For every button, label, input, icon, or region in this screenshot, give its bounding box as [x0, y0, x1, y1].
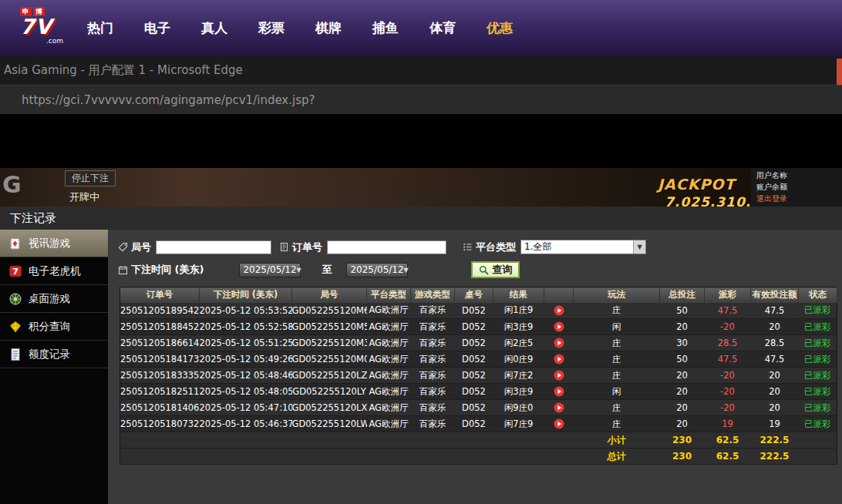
- play-circle-icon[interactable]: [554, 305, 564, 316]
- cell-replay: [544, 384, 574, 400]
- play-circle-icon[interactable]: [554, 418, 564, 429]
- cell-replay: [544, 351, 574, 368]
- cell-result: 闲2庄5: [493, 335, 544, 351]
- black-gap: [0, 114, 842, 168]
- date-to-picker[interactable]: 2025/05/12 ▼: [346, 263, 408, 277]
- search-button-label: 查询: [492, 263, 512, 277]
- cell-table: D052: [455, 400, 493, 416]
- cell-status: 已派彩: [799, 303, 837, 319]
- date-from-value: 2025/05/12: [243, 264, 296, 275]
- nav-item-hot[interactable]: 热门: [72, 19, 129, 37]
- sidebar-item-slots[interactable]: 7 电子老虎机: [0, 257, 108, 285]
- cell-replay: [544, 319, 574, 335]
- logout-link[interactable]: 退出登录: [756, 193, 842, 204]
- cell-platform: AG欧洲厅: [367, 335, 411, 351]
- cell-order: 250512051866141: [120, 335, 200, 351]
- jackpot-label: JACKPOT: [658, 176, 735, 193]
- sidebar-item-table-games[interactable]: 桌面游戏: [0, 285, 108, 313]
- sidebar-item-label: 视讯游戏: [29, 237, 70, 250]
- logo-main-text: 7V: [20, 16, 74, 38]
- jackpot-value: 7,025,310.2: [665, 194, 761, 207]
- col-result: 结果: [493, 287, 544, 303]
- cell-round: GD052255120LW: [292, 416, 367, 432]
- play-circle-icon[interactable]: [554, 354, 564, 365]
- sidebar-item-live-games[interactable]: 视讯游戏: [0, 230, 108, 257]
- empty-cell: [120, 432, 574, 449]
- cell-status: 已派彩: [799, 400, 837, 416]
- cell-platform: AG欧洲厅: [367, 303, 411, 319]
- order-no-input[interactable]: [327, 240, 446, 254]
- col-status: 状态: [799, 287, 837, 303]
- col-payout: 派彩: [705, 287, 751, 303]
- sidebar-item-points-query[interactable]: 积分查询: [0, 313, 108, 341]
- table-row: 250512051884526 2025-05-12 05:52:58 GD05…: [120, 319, 837, 335]
- total-bet: 230: [660, 449, 705, 465]
- cell-valid: 20: [751, 384, 799, 400]
- cell-payout: -20: [705, 319, 751, 335]
- play-circle-icon[interactable]: [554, 338, 564, 348]
- list-icon: [463, 242, 473, 252]
- cell-round: GD052255120M6: [292, 303, 367, 319]
- date-from-picker[interactable]: 2025/05/12 ▼: [239, 263, 301, 277]
- cell-replay: [544, 368, 574, 384]
- play-circle-icon[interactable]: [554, 386, 564, 397]
- browser-url-bar[interactable]: https://gci.7vvvvvv.com/agingame/pcv1/in…: [0, 85, 842, 114]
- nav-item-lottery[interactable]: 彩票: [243, 19, 300, 37]
- cell-time: 2025-05-12 05:53:52: [200, 303, 292, 319]
- main-content: 局号 订单号 平台类型 1.全部 ▼: [108, 230, 842, 504]
- cell-replay: [544, 400, 574, 416]
- platform-type-select[interactable]: 1.全部 ▼: [520, 240, 646, 254]
- col-valid: 有效投注额: [751, 287, 799, 303]
- account-username-label: 用户名称: [756, 170, 842, 181]
- cell-result: 闲7庄9: [493, 416, 544, 432]
- play-circle-icon[interactable]: [554, 370, 564, 381]
- cell-time: 2025-05-12 05:49:26: [200, 351, 292, 368]
- order-doc-icon: [279, 242, 289, 252]
- table-row: 250512051807329 2025-05-12 05:46:37 GD05…: [120, 416, 837, 432]
- table-row: 250512051866141 2025-05-12 05:51:25 GD05…: [120, 335, 837, 351]
- url-text[interactable]: https://gci.7vvvvvv.com/agingame/pcv1/in…: [0, 93, 315, 107]
- nav-item-sports[interactable]: 体育: [414, 19, 471, 37]
- nav-item-live[interactable]: 真人: [186, 19, 243, 37]
- cell-payout: 19: [705, 416, 751, 432]
- cell-table: D052: [455, 384, 493, 400]
- logo-sub-text: .com: [20, 38, 74, 45]
- cell-replay: [544, 416, 574, 432]
- cell-payout: -20: [705, 384, 751, 400]
- cell-result: 闲7庄2: [493, 368, 544, 384]
- bet-records-table: 订单号 下注时间 (美东) 局号 平台类型 游戏类型 桌号 结果 玩法 总投注 …: [120, 287, 837, 465]
- site-logo[interactable]: 申 博 7V .com: [20, 7, 74, 45]
- search-button[interactable]: 查询: [471, 261, 520, 278]
- cell-game: 百家乐: [411, 335, 455, 351]
- play-circle-icon[interactable]: [554, 321, 564, 332]
- nav-item-promo[interactable]: 优惠: [471, 19, 528, 37]
- cell-round: GD052255120LY: [292, 384, 367, 400]
- platform-type-label: 平台类型: [476, 240, 516, 254]
- cell-round: GD052255120M0: [292, 351, 367, 368]
- cell-valid: 28.5: [751, 335, 799, 351]
- nav-item-slots[interactable]: 电子: [129, 19, 186, 37]
- nav-item-cards[interactable]: 棋牌: [300, 19, 357, 37]
- play-circle-icon[interactable]: [554, 402, 564, 413]
- date-to-value: 2025/05/12: [350, 264, 403, 275]
- cell-order: 250512051807329: [120, 416, 200, 432]
- sidebar-item-credit-records[interactable]: 额度记录: [0, 341, 108, 368]
- cell-play: 庄: [574, 335, 660, 351]
- cell-valid: 20: [751, 368, 799, 384]
- col-order: 订单号: [120, 287, 200, 303]
- col-replay: [544, 287, 574, 303]
- cell-valid: 47.5: [751, 303, 799, 319]
- cell-bet: 20: [660, 416, 705, 432]
- col-time: 下注时间 (美东): [200, 287, 292, 303]
- account-panel: 用户名称 账户余额 退出登录: [751, 168, 842, 207]
- cell-bet: 20: [660, 384, 705, 400]
- cell-order: 250512051833350: [120, 368, 200, 384]
- nav-item-fishing[interactable]: 捕鱼: [357, 19, 414, 37]
- sidebar: 视讯游戏 7 电子老虎机 桌面游戏: [0, 230, 108, 504]
- cell-round: GD052255120M5: [292, 319, 367, 335]
- cell-game: 百家乐: [411, 303, 455, 319]
- round-no-input[interactable]: [156, 240, 271, 254]
- cell-payout: -20: [705, 400, 751, 416]
- col-platform: 平台类型: [367, 287, 411, 303]
- cell-table: D052: [455, 319, 493, 335]
